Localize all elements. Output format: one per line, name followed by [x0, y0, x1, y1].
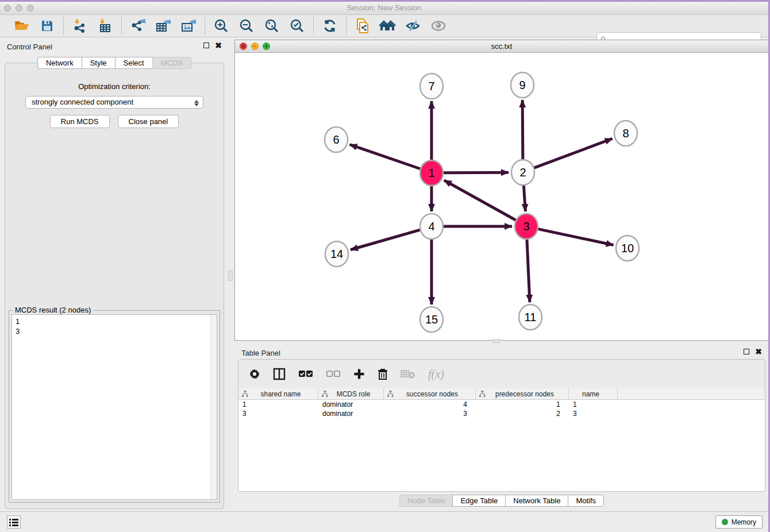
memory-status-icon	[722, 519, 728, 525]
graph-edge-4-14[interactable]	[351, 230, 420, 250]
export-image-icon[interactable]	[180, 17, 197, 34]
cell-name[interactable]: 1	[569, 400, 618, 409]
graph-edge-2-3[interactable]	[523, 185, 525, 211]
svg-text:7: 7	[428, 80, 434, 92]
cell-name[interactable]: 3	[569, 409, 618, 418]
graph-node-1[interactable]: 1	[420, 160, 443, 186]
graph-node-3[interactable]: 3	[515, 214, 538, 239]
open-session-icon[interactable]	[13, 17, 30, 34]
minimize-window-button[interactable]	[16, 5, 22, 11]
close-window-button[interactable]	[4, 5, 11, 11]
graph-edge-1-6[interactable]	[350, 145, 421, 169]
column-header-successor-nodes[interactable]: successor nodes	[384, 388, 476, 399]
graph-node-6[interactable]: 6	[325, 127, 348, 152]
first-neighbors-icon[interactable]	[379, 17, 396, 34]
import-network-icon[interactable]	[71, 17, 88, 34]
cell-MCDS-role[interactable]: dominator	[318, 400, 384, 409]
cell-predecessor-nodes[interactable]: 1	[476, 400, 569, 409]
cell-MCDS-role[interactable]: dominator	[318, 409, 384, 418]
network-window-titlebar[interactable]: ✕ − + scc.txt	[235, 40, 768, 53]
zoom-selected-icon[interactable]	[288, 17, 306, 34]
graph-edge-3-11[interactable]	[527, 239, 530, 302]
save-session-icon[interactable]	[38, 17, 56, 34]
graph-edge-1-2[interactable]	[444, 172, 509, 173]
network-graph: 1234678910111415	[235, 53, 768, 340]
close-table-panel-icon[interactable]: ✖	[755, 349, 762, 354]
zoom-in-icon[interactable]	[213, 17, 230, 34]
vertical-splitter-handle[interactable]	[228, 271, 233, 281]
cell-successor-nodes[interactable]: 3	[384, 409, 476, 418]
column-header-predecessor-nodes[interactable]: predecessor nodes	[476, 388, 569, 399]
task-history-button[interactable]	[7, 515, 21, 529]
table-tab-network-table[interactable]: Network Table	[505, 495, 568, 507]
delete-table-icon[interactable]	[401, 369, 415, 379]
table-panel-title: Table Panel	[241, 349, 280, 357]
clone-network-icon[interactable]	[354, 17, 371, 34]
column-header-MCDS-role[interactable]: MCDS role	[318, 388, 384, 399]
network-zoom-button[interactable]: +	[263, 43, 270, 50]
application-window: Session: New Session	[0, 2, 768, 532]
column-pane-icon[interactable]	[273, 368, 286, 380]
graph-edge-2-9[interactable]	[522, 100, 523, 160]
mcds-panel-body: Optimization criterion: strongly connect…	[5, 63, 224, 509]
graph-node-14[interactable]: 14	[325, 241, 348, 267]
graph-edge-3-10[interactable]	[538, 229, 614, 245]
deselect-all-icon[interactable]	[326, 370, 341, 378]
zoom-out-icon[interactable]	[238, 17, 255, 34]
result-scrollbar[interactable]	[210, 315, 217, 499]
cell-shared-name[interactable]: 1	[238, 400, 318, 409]
column-header-shared-name[interactable]: shared name	[238, 388, 318, 399]
float-panel-icon[interactable]	[203, 43, 209, 48]
table-row[interactable]: 3dominator323	[238, 409, 765, 418]
network-close-button[interactable]: ✕	[240, 43, 247, 50]
graph-node-2[interactable]: 2	[511, 160, 534, 185]
add-icon[interactable]	[353, 368, 365, 380]
network-canvas[interactable]: 1234678910111415	[235, 53, 768, 340]
close-panel-button[interactable]: Close panel	[118, 115, 179, 128]
mcds-result-area[interactable]: 1 3	[11, 314, 217, 500]
svg-text:2: 2	[519, 166, 526, 179]
function-builder-icon[interactable]: f(x)	[428, 368, 444, 381]
window-title: Session: New Session	[0, 2, 768, 14]
zoom-fit-icon[interactable]	[263, 17, 280, 34]
delete-icon[interactable]	[378, 368, 388, 380]
table-tab-edge-table[interactable]: Edge Table	[452, 495, 505, 507]
zoom-window-button[interactable]	[27, 5, 34, 11]
table-tab-motifs[interactable]: Motifs	[568, 495, 604, 507]
graph-node-4[interactable]: 4	[420, 214, 443, 239]
column-header-name[interactable]: name	[569, 388, 618, 399]
control-tab-network[interactable]: Network	[37, 57, 82, 69]
close-panel-icon[interactable]: ✖	[215, 43, 222, 48]
graph-node-15[interactable]: 15	[420, 307, 443, 332]
graph-edge-2-8[interactable]	[534, 138, 613, 168]
select-all-icon[interactable]	[298, 370, 313, 378]
memory-button[interactable]: Memory	[715, 515, 763, 529]
gear-icon[interactable]	[249, 368, 260, 380]
svg-text:6: 6	[333, 133, 339, 146]
cell-successor-nodes[interactable]: 4	[384, 400, 476, 409]
criterion-select[interactable]: strongly connected component	[25, 96, 203, 109]
horizontal-splitter-handle[interactable]	[493, 339, 500, 343]
graph-node-11[interactable]: 11	[519, 304, 542, 330]
float-table-panel-icon[interactable]	[744, 349, 749, 354]
graph-node-10[interactable]: 10	[616, 236, 639, 261]
cell-predecessor-nodes[interactable]: 2	[476, 409, 569, 418]
control-tab-select[interactable]: Select	[115, 57, 152, 69]
export-table-icon[interactable]	[155, 17, 172, 34]
graph-edge-3-1[interactable]	[444, 180, 516, 220]
graph-node-9[interactable]: 9	[511, 72, 534, 98]
show-all-icon[interactable]	[430, 17, 447, 34]
control-tab-mcds[interactable]: MCDS	[152, 57, 191, 69]
table-tab-node-table[interactable]: Node Table	[399, 495, 453, 507]
hide-selected-icon[interactable]	[405, 17, 422, 34]
export-network-icon[interactable]	[129, 17, 147, 34]
graph-node-8[interactable]: 8	[614, 121, 637, 146]
cell-shared-name[interactable]: 3	[238, 409, 318, 418]
run-mcds-button[interactable]: Run MCDS	[50, 115, 110, 128]
table-row[interactable]: 1dominator411	[238, 400, 765, 409]
graph-node-7[interactable]: 7	[420, 74, 443, 99]
import-table-icon[interactable]	[97, 17, 114, 34]
refresh-icon[interactable]	[321, 17, 338, 34]
network-minimize-button[interactable]: −	[251, 43, 259, 50]
control-tab-style[interactable]: Style	[82, 57, 115, 69]
